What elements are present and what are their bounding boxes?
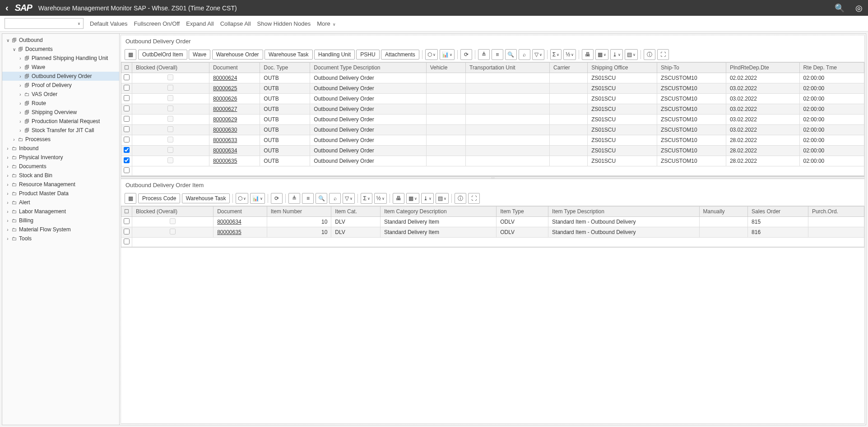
- col-header[interactable]: Purch.Ord.: [808, 207, 864, 217]
- expand-icon[interactable]: ›: [5, 191, 10, 196]
- sum-icon[interactable]: Σ∨: [550, 49, 562, 60]
- row-checkbox[interactable]: [124, 137, 130, 142]
- nav-shipping-overview[interactable]: ›🗐Shipping Overview: [2, 108, 119, 117]
- expand-icon[interactable]: ⛶: [657, 49, 669, 60]
- row-checkbox[interactable]: [124, 106, 130, 111]
- expand-icon[interactable]: ›: [5, 200, 10, 205]
- nav-planned-shipping-handling-unit[interactable]: ›🗐Planned Shipping Handling Unit: [2, 54, 119, 63]
- btn-warehouse-order[interactable]: Warehouse Order: [212, 50, 263, 60]
- row-checkbox[interactable]: [124, 74, 130, 80]
- col-header[interactable]: Manually: [699, 207, 747, 217]
- nav-proof-of-delivery[interactable]: ›🗐Proof of Delivery: [2, 81, 119, 90]
- export-icon[interactable]: ⤓∨: [421, 193, 434, 204]
- nav-billing[interactable]: ›🗀Billing: [2, 216, 119, 225]
- row-checkbox[interactable]: [124, 239, 130, 244]
- expand-icon[interactable]: ›: [18, 65, 23, 70]
- table-row[interactable]: 80000627OUTBOutbound Delivery OrderZS01S…: [121, 104, 864, 115]
- nav-vas-order[interactable]: ›🗀VAS Order: [2, 90, 119, 99]
- info-icon[interactable]: ⓘ: [644, 49, 655, 60]
- nav-inbound[interactable]: ›🗀Inbound: [2, 144, 119, 153]
- expand-icon[interactable]: ›: [18, 101, 23, 106]
- help-icon[interactable]: ◎: [855, 3, 863, 13]
- tb-more[interactable]: More ∨: [317, 20, 336, 27]
- nav-alert[interactable]: ›🗀Alert: [2, 198, 119, 207]
- table-row[interactable]: 80000635OUTBOutbound Delivery OrderZS01S…: [121, 156, 864, 166]
- row-checkbox[interactable]: [124, 147, 130, 153]
- col-header[interactable]: Item Type Description: [548, 207, 700, 217]
- row-checkbox[interactable]: [124, 126, 130, 132]
- expand-icon[interactable]: ›: [5, 173, 10, 178]
- select-all-header[interactable]: ☐: [121, 207, 132, 217]
- cell-document[interactable]: 80000634: [209, 146, 260, 156]
- expand-icon[interactable]: ›: [5, 227, 10, 232]
- cell-document[interactable]: 80000629: [209, 115, 260, 125]
- btn-pshu[interactable]: PSHU: [356, 50, 379, 60]
- chart-icon[interactable]: 📊∨: [440, 49, 455, 60]
- col-header[interactable]: Blocked (Overall): [132, 207, 214, 217]
- table-row[interactable]: 80000626OUTBOutbound Delivery OrderZS01S…: [121, 94, 864, 104]
- col-header[interactable]: Transportation Unit: [466, 63, 550, 73]
- table-row[interactable]: 80000624OUTBOutbound Delivery OrderZS01S…: [121, 73, 864, 83]
- subtotal-icon[interactable]: ½∨: [563, 49, 576, 60]
- expand-icon[interactable]: ›: [18, 83, 23, 88]
- tb-show-hidden[interactable]: Show Hidden Nodes: [257, 20, 311, 27]
- table-row[interactable]: 8000063510DLVStandard Delivery ItemODLVS…: [121, 227, 864, 238]
- col-header[interactable]: Shipping Office: [588, 63, 657, 73]
- col-header[interactable]: Rte Dep. Tme: [799, 63, 864, 73]
- variant-select[interactable]: ∨: [5, 18, 84, 29]
- cell-document[interactable]: 80000627: [209, 104, 260, 115]
- nav-tree[interactable]: ∨🗐Outbound∨🗐Documents›🗐Planned Shipping …: [2, 34, 120, 425]
- cell-document[interactable]: 80000635: [209, 156, 260, 166]
- table-row[interactable]: 80000629OUTBOutbound Delivery OrderZS01S…: [121, 115, 864, 125]
- col-header[interactable]: Sales Order: [748, 207, 808, 217]
- expand-icon[interactable]: ›: [18, 92, 23, 97]
- row-checkbox[interactable]: [124, 157, 130, 163]
- nav-stock-transfer-for-jit-call[interactable]: ›🗐Stock Transfer for JIT Call: [2, 126, 119, 135]
- btn-process-code[interactable]: Process Code: [138, 193, 180, 203]
- expand-icon[interactable]: ›: [5, 182, 10, 187]
- nav-production-material-request[interactable]: ›🗐Production Material Request: [2, 117, 119, 126]
- nav-physical-inventory[interactable]: ›🗀Physical Inventory: [2, 153, 119, 162]
- col-header[interactable]: Blocked (Overall): [132, 63, 209, 73]
- sort-desc-icon[interactable]: ≡: [302, 193, 314, 204]
- tb-fullscreen[interactable]: Fullscreen On/Off: [134, 20, 180, 27]
- expand-icon[interactable]: ›: [5, 155, 10, 160]
- col-header[interactable]: Document Type Description: [310, 63, 426, 73]
- table-row[interactable]: 80000625OUTBOutbound Delivery OrderZS01S…: [121, 83, 864, 94]
- panel2-grid[interactable]: ☐Blocked (Overall)DocumentItem NumberIte…: [121, 206, 864, 247]
- btn-handling-unit[interactable]: Handling Unit: [314, 50, 355, 60]
- row-checkbox[interactable]: [124, 116, 130, 122]
- btn-wave[interactable]: Wave: [189, 50, 210, 60]
- refresh-icon[interactable]: ⟳: [460, 49, 472, 60]
- nav-labor-management[interactable]: ›🗀Labor Management: [2, 207, 119, 216]
- expand-icon[interactable]: ›: [18, 128, 23, 133]
- expand-icon[interactable]: ›: [5, 146, 10, 151]
- col-header[interactable]: Carrier: [550, 63, 588, 73]
- row-checkbox[interactable]: [124, 218, 130, 224]
- expand-icon[interactable]: ⛶: [468, 193, 480, 204]
- export-icon[interactable]: ⤓∨: [610, 49, 623, 60]
- nav-processes[interactable]: ›🗀Processes: [2, 135, 119, 144]
- col-header[interactable]: Item Number: [267, 207, 331, 217]
- col-header[interactable]: Doc. Type: [260, 63, 310, 73]
- cell-document[interactable]: 80000634: [214, 217, 267, 227]
- col-header[interactable]: Item Type: [497, 207, 548, 217]
- expand-icon[interactable]: ›: [5, 209, 10, 214]
- nav-tools[interactable]: ›🗀Tools: [2, 234, 119, 243]
- col-header[interactable]: Document: [209, 63, 260, 73]
- expand-icon[interactable]: ›: [5, 218, 10, 223]
- nav-outbound-delivery-order[interactable]: ›🗐Outbound Delivery Order: [2, 72, 119, 81]
- find-icon[interactable]: 🔍: [505, 49, 517, 60]
- nav-outbound[interactable]: ∨🗐Outbound: [2, 36, 119, 45]
- subtotal-icon[interactable]: ½∨: [374, 193, 387, 204]
- expand-icon[interactable]: ›: [18, 56, 23, 61]
- expand-icon[interactable]: ›: [5, 236, 10, 241]
- cell-document[interactable]: 80000635: [214, 227, 267, 238]
- print-icon[interactable]: 🖶: [393, 193, 404, 204]
- expand-icon[interactable]: ›: [18, 110, 23, 115]
- col-header[interactable]: PlndRteDep.Dte: [726, 63, 799, 73]
- chart-icon[interactable]: 📊∨: [250, 193, 265, 204]
- row-checkbox[interactable]: [124, 85, 130, 91]
- nav-documents[interactable]: ›🗀Documents: [2, 162, 119, 171]
- col-header[interactable]: Item Cat.: [331, 207, 381, 217]
